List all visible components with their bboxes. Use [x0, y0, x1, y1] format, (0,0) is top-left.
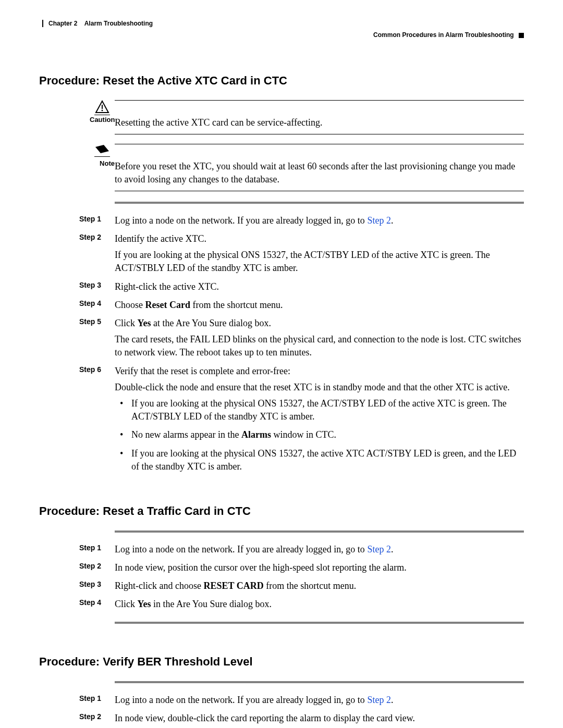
- procedure-divider: [115, 622, 524, 624]
- step-line2: If you are looking at the physical ONS 1…: [115, 249, 524, 275]
- step-label: Step 4: [79, 299, 101, 309]
- procedure-3-body: Step 1 Log into a node on the network. I…: [115, 681, 524, 728]
- procedure-heading-3: Procedure: Verify BER Threshold Level: [39, 655, 524, 669]
- step-label: Step 1: [79, 543, 101, 553]
- step-line2: Double-click the node and ensure that th…: [115, 381, 524, 394]
- note-callout: Note Before you reset the XTC, you shoul…: [115, 144, 524, 191]
- procedure-divider: [115, 530, 524, 533]
- procedure-2-body: Step 1 Log into a node on the network. I…: [115, 530, 524, 624]
- p3-step1: Step 1 Log into a node on the network. I…: [115, 694, 524, 707]
- svg-marker-3: [95, 145, 109, 153]
- step-label: Step 1: [79, 214, 101, 225]
- step-bold: Reset Card: [145, 300, 190, 310]
- step-text-b: .: [391, 215, 394, 226]
- step-label: Step 5: [79, 317, 101, 327]
- svg-point-2: [102, 110, 103, 112]
- step-label: Step 2: [79, 712, 101, 722]
- p2-step2: Step 2 In node view, position the cursor…: [115, 561, 524, 574]
- step-bold: Yes: [138, 318, 151, 328]
- p3-step2: Step 2 In node view, double-click the ca…: [115, 712, 524, 725]
- p1-step1: Step 1 Log into a node on the network. I…: [115, 214, 524, 227]
- step-line1: Verify that the reset is complete and er…: [115, 365, 524, 378]
- page-header: Chapter 2 Alarm Troubleshooting Common P…: [39, 20, 524, 43]
- procedure-heading-2: Procedure: Reset a Traffic Card in CTC: [39, 504, 524, 518]
- step-label: Step 2: [79, 232, 101, 243]
- procedure-divider: [115, 202, 524, 204]
- step-line1: Identify the active XTC.: [115, 232, 524, 245]
- caution-label: Caution: [90, 116, 115, 124]
- step-text: Right-click the active XTC.: [115, 280, 524, 293]
- step-link[interactable]: Step 2: [367, 544, 391, 554]
- document-page: Chapter 2 Alarm Troubleshooting Common P…: [0, 0, 563, 728]
- step-label: Step 4: [79, 598, 101, 608]
- p2-step4: Step 4 Click Yes in the Are You Sure dia…: [115, 598, 524, 611]
- procedure-1-body: Caution Resetting the active XTC card ca…: [115, 100, 524, 473]
- p1-step5: Step 5 Click Yes at the Are You Sure dia…: [115, 317, 524, 360]
- step-link[interactable]: Step 2: [367, 215, 391, 226]
- header-marker-icon: [519, 33, 524, 38]
- note-label: Note: [90, 159, 115, 167]
- step-text-a: Click: [115, 318, 138, 328]
- step-label: Step 2: [79, 561, 101, 572]
- p2-step1: Step 1 Log into a node on the network. I…: [115, 543, 524, 556]
- p1-step3: Step 3 Right-click the active XTC.: [115, 280, 524, 293]
- caution-text: Resetting the active XTC card can be ser…: [115, 117, 323, 128]
- step-label: Step 3: [79, 579, 101, 590]
- step-label: Step 6: [79, 365, 101, 375]
- chapter-number: Chapter 2: [48, 20, 77, 27]
- p1-step4: Step 4 Choose Reset Card from the shortc…: [115, 299, 524, 312]
- step-label: Step 1: [79, 694, 101, 704]
- step-line2: The card resets, the FAIL LED blinks on …: [115, 333, 524, 359]
- step-text-a: Choose: [115, 300, 145, 310]
- bullet-item: If you are looking at the physical ONS 1…: [129, 447, 524, 473]
- step-text-b: at the Are You Sure dialog box.: [151, 318, 271, 328]
- step6-bullets: If you are looking at the physical ONS 1…: [115, 397, 524, 473]
- bullet-item: No new alarms appear in the Alarms windo…: [129, 428, 524, 441]
- step-text: Log into a node on the network. If you a…: [115, 215, 367, 226]
- note-text: Before you reset the XTC, you should wai…: [115, 161, 515, 184]
- step-link[interactable]: Step 2: [367, 695, 391, 705]
- caution-callout: Caution Resetting the active XTC card ca…: [115, 100, 524, 134]
- p1-step2: Step 2 Identify the active XTC. If you a…: [115, 232, 524, 275]
- step-label: Step 3: [79, 280, 101, 291]
- header-right: Common Procedures in Alarm Troubleshooti…: [373, 31, 524, 39]
- caution-icon: [92, 100, 113, 115]
- procedure-divider: [115, 681, 524, 683]
- step-text-b: from the shortcut menu.: [190, 300, 283, 310]
- p2-step3: Step 3 Right-click and choose RESET CARD…: [115, 579, 524, 593]
- p1-step6: Step 6 Verify that the reset is complete…: [115, 365, 524, 473]
- header-left: Chapter 2 Alarm Troubleshooting: [42, 20, 153, 27]
- procedure-heading-1: Procedure: Reset the Active XTC Card in …: [39, 74, 524, 88]
- section-title: Common Procedures in Alarm Troubleshooti…: [373, 31, 514, 39]
- bullet-item: If you are looking at the physical ONS 1…: [129, 397, 524, 423]
- chapter-title: Alarm Troubleshooting: [84, 20, 153, 27]
- note-icon: [92, 144, 113, 157]
